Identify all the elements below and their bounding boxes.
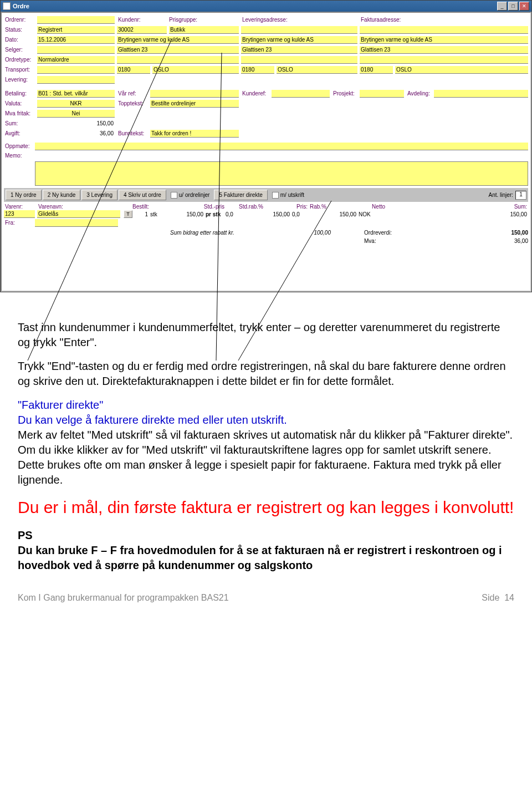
levering-field[interactable] [37,76,115,84]
levering-button[interactable]: 3 Levering [81,190,117,200]
topptekst-label: Topptekst: [117,100,150,106]
ordrenr-field[interactable] [37,16,115,24]
ordreverdi-value: 150,00 [408,230,528,236]
maximize-button[interactable]: □ [508,2,518,11]
transport-field[interactable] [37,66,115,74]
fak-adresse2-field[interactable] [360,56,528,64]
betaling-field[interactable]: B01 : Std. bet. vilkår [37,90,115,98]
kunderef-label: Kunderef: [241,90,272,97]
sum-field: 150,00 [37,120,115,128]
leveringsadresse-label: Leveringsadresse: [241,17,289,23]
lev-sted-field[interactable]: OSLO [277,66,357,74]
valuta-label: Valuta: [4,100,37,106]
line-varenr-field[interactable]: 123 [4,210,35,218]
u-ordrelinjer-checkbox[interactable]: u/ ordrelinjer [167,192,213,199]
hdr-stdpris: Std.-pris [176,203,226,210]
paragraph-2: Trykk "End"-tasten og du er ferdig med o… [18,359,514,389]
ant-linjer-field[interactable]: 1 [515,191,526,200]
success-message: Du er i mål, din første faktura er regis… [18,496,514,519]
ny-ordre-button[interactable]: 1 Ny ordre [6,190,42,200]
fakturaadresse-label: Fakturaadresse: [360,17,402,23]
line-netto: 150,00 [319,211,357,218]
prosjekt-label: Prosjekt: [332,90,360,97]
ordretype-label: Ordretype: [4,57,37,63]
kunde-sted-field[interactable]: OSLO [152,66,239,74]
lev-ref-field[interactable] [241,26,357,34]
valuta-field[interactable]: NKR [37,100,115,108]
fra-field[interactable] [35,219,118,227]
checkbox-icon [171,192,177,199]
ps-paragraph: PS Du kan bruke F – F fra hovedmodulen f… [18,528,514,573]
fra-label: Fra: [4,220,35,226]
line-stdrab: 0,0 [224,211,252,218]
footer-left: Kom I Gang brukermanual for programpakke… [18,593,229,603]
close-button[interactable]: ✕ [519,2,529,11]
fakturer-direkte-button[interactable]: 5 Fakturer direkte [214,190,267,200]
oppmote-label: Oppmøte: [4,143,35,149]
sumbidrag-value: 100,00 [281,230,331,236]
betaling-label: Betaling: [4,90,37,97]
lev-navn-field[interactable]: Brytingen varme og kulde AS [241,36,357,44]
topptekst-field[interactable]: Bestilte ordrelinjer [150,100,239,108]
selger-field[interactable] [37,46,115,54]
line-cur: NOK [357,211,374,218]
status-label: Status: [4,27,37,33]
fak-adresse-field[interactable]: Glattisen 23 [360,46,528,54]
kunde-adresse2-field[interactable] [117,56,239,64]
oppmote-field[interactable] [35,143,528,150]
varref-field[interactable] [150,90,239,98]
m-utskrift-checkbox[interactable]: m/ utskrift [269,192,308,199]
minimize-button[interactable]: _ [497,2,507,11]
dato-field[interactable]: 15.12.2006 [37,36,115,44]
prosjekt-field[interactable] [360,90,404,98]
u-ordrelinjer-label: u/ ordrelinjer [179,192,210,198]
prisgruppe-field[interactable]: Butikk [169,26,239,34]
line-row: 123 Glidelås T 1 stk 150,00 pr stk 0,0 1… [4,210,528,218]
line-rab: 0,0 [291,211,319,218]
ordretype-field[interactable]: Normalordre [37,56,115,64]
kunde-adresse-field[interactable]: Glattisen 23 [117,46,239,54]
app-icon [3,2,11,10]
kundenr-field[interactable]: 30002 [117,26,167,34]
kunde-navn-field[interactable]: Brytingen varme og kulde AS [117,36,239,44]
line-stdpris: 150,00 [166,211,204,218]
hdr-rab: Rab.% [309,203,342,210]
varref-label: Vår ref: [117,90,150,97]
fak-sted-field[interactable]: OSLO [395,66,528,74]
mva-label: Mva: [364,238,408,244]
status-field[interactable]: Registrert [37,26,115,34]
mva-fritak-field[interactable]: Nei [37,110,115,118]
kunderef-field[interactable] [272,90,330,98]
kundenr-label: Kundenr: [117,17,146,23]
fakturer-direkte-subtext: Du kan velge å fakturere direkte med ell… [18,414,287,426]
fak-postnr-field[interactable]: 0180 [360,66,393,74]
levering-label: Levering: [4,77,37,83]
paragraph-3-body: Merk av feltet "Med utskrift" så vil fak… [18,429,513,486]
line-pris: 150,00 [252,211,291,218]
ordrenr-label: Ordrenr: [4,17,37,23]
window-content: Ordrenr: Status:Registrert Dato:15.12.20… [1,12,531,292]
window-title: Ordre [13,3,497,9]
avdeling-field[interactable] [434,90,528,98]
avgift-field: 36,00 [37,130,115,138]
line-varenavn-field[interactable]: Glidelås [37,210,120,218]
kunde-postnr-field[interactable]: 0180 [117,66,150,74]
titlebar[interactable]: Ordre _ □ ✕ [1,1,531,12]
fak-navn-field[interactable]: Brytingen varme og kulde AS [360,36,528,44]
line-prstk: pr stk [204,211,224,218]
memo-field[interactable] [35,161,528,186]
ny-kunde-button[interactable]: 2 Ny kunde [43,190,81,200]
skriv-ut-ordre-button[interactable]: 4 Skriv ut ordre [119,190,166,200]
mva-value: 36,00 [408,238,528,244]
lev-adresse-field[interactable]: Glattisen 23 [241,46,357,54]
ant-linjer-label: Ant. linjer: [489,192,513,198]
prisgruppe-label: Prisgruppe: [168,17,201,23]
avgift-label: Avgift: [4,130,37,136]
fak-ref-field[interactable] [360,26,528,34]
lev-postnr-field[interactable]: 0180 [241,66,274,74]
hdr-varenavn: Varenavn: [37,203,131,210]
line-t-button[interactable]: T [124,210,132,218]
lev-adresse2-field[interactable] [241,56,357,64]
bunntekst-field[interactable]: Takk for ordren ! [150,130,239,138]
memo-label: Memo: [4,153,35,159]
